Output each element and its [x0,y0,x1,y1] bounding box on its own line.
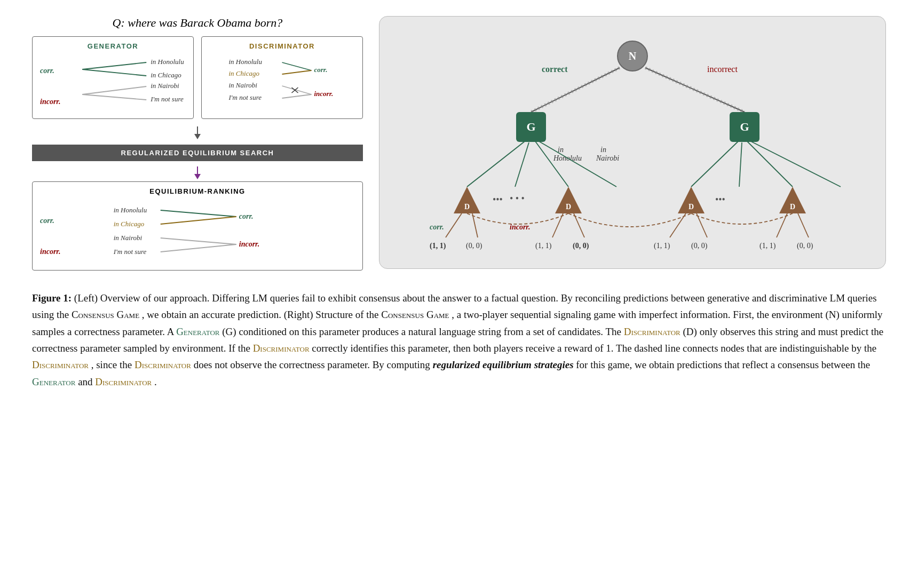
game-tree-svg: N correct incorrect G G in Honolulu in N [392,29,873,253]
svg-text:(1, 1): (1, 1) [535,242,552,250]
svg-text:corr.: corr. [239,212,253,220]
caption-text2: , we obtain an accurate prediction. (Rig… [142,309,381,320]
generator-left-labels: corr. incorr. [40,61,61,106]
discriminator-content: in Honolulu in Chicago in Nairobi I'm no… [209,54,355,113]
svg-text:(1, 1): (1, 1) [430,242,446,250]
svg-text:in Nairobi: in Nairobi [113,234,142,242]
svg-text:incorr.: incorr. [510,223,531,231]
svg-line-55 [691,141,738,187]
caption-discriminator-5: Discriminator [95,376,152,387]
caption-generator-1: Generator [176,326,219,337]
svg-text:corr.: corr. [314,66,328,74]
svg-line-57 [747,141,793,187]
svg-line-56 [739,142,742,187]
caption-text9: for this game, we obtain predictions tha… [576,359,870,370]
caption-text7: , since the [91,359,134,370]
svg-text:incorr.: incorr. [314,90,334,98]
svg-line-24 [160,210,236,217]
discriminator-box: DISCRIMINATOR in Honolulu in Chicago in … [201,36,363,119]
caption-text6: correctly identifies this parameter, the… [312,343,876,354]
generator-lines-svg: in Honolulu in Chicago in Nairobi I'm no… [64,54,186,113]
svg-line-25 [160,217,236,224]
svg-text:in Honolulu: in Honolulu [229,58,263,66]
equil-incorr-label: incorr. [40,248,61,256]
left-panel: Q: where was Barack Obama born? GENERATO… [32,16,363,271]
generator-title: GENERATOR [40,42,186,50]
svg-line-64 [446,213,462,237]
svg-text:(1, 1): (1, 1) [654,242,670,250]
svg-text:correct: correct [542,65,568,74]
svg-line-3 [82,94,146,100]
equilibrium-lines-svg: in Honolulu in Chicago in Nairobi I'm no… [64,201,355,265]
svg-text:Nairobi: Nairobi [596,154,619,162]
svg-text:(0, 0): (0, 0) [691,242,708,250]
caption-discriminator-1: Discriminator [624,326,680,337]
reg-bar: REGULARIZED EQUILIBRIUM SEARCH [32,145,363,161]
caption-generator-2: Generator [32,376,75,387]
svg-text:in: in [600,146,606,154]
figure-caption: Figure 1: (Left) Overview of our approac… [32,290,886,390]
svg-text:(1, 1): (1, 1) [759,242,776,250]
top-boxes: GENERATOR corr. incorr. [32,36,363,119]
svg-text:in Chicago: in Chicago [151,71,181,79]
svg-text:I'm not sure: I'm not sure [228,93,262,101]
svg-line-26 [160,238,236,244]
svg-line-71 [798,213,809,237]
svg-line-27 [160,244,236,252]
svg-text:G: G [526,120,535,133]
gen-incorr-label: incorr. [40,98,61,106]
caption-text4: (G) conditioned on this parameter produc… [222,326,624,337]
svg-text:D: D [566,203,571,211]
svg-text:corr.: corr. [430,223,444,231]
generator-content: corr. incorr. in Honolulu i [40,54,186,113]
svg-text:(0, 0): (0, 0) [573,242,589,250]
equilibrium-box: EQUILIBRIUM-RANKING corr. incorr. in Hon… [32,181,363,271]
caption-discriminator-4: Discriminator [134,359,191,370]
svg-line-67 [574,213,584,237]
caption-text11: . [154,376,157,387]
svg-line-47 [515,142,529,187]
svg-text:D: D [464,203,470,211]
equil-left-labels: corr. incorr. [40,209,61,256]
right-panel: N correct incorrect G G in Honolulu in N [379,16,886,269]
svg-text:D: D [790,203,795,211]
equilibrium-title: EQUILIBRIUM-RANKING [40,187,355,195]
svg-text:G: G [740,120,749,133]
svg-text:•••: ••• [493,194,503,205]
caption-label: Figure 1: [32,292,72,304]
svg-text:(0, 0): (0, 0) [797,242,813,250]
svg-text:in Chicago: in Chicago [113,220,144,228]
svg-text:incorrect: incorrect [707,65,738,74]
svg-text:(0, 0): (0, 0) [466,242,482,250]
svg-text:I'm not sure: I'm not sure [150,95,184,103]
svg-line-2 [82,86,146,94]
gen-corr-label: corr. [40,67,61,75]
svg-text:in Honolulu: in Honolulu [151,58,184,66]
svg-text:D: D [688,203,694,211]
question-text: Q: where was Barack Obama born? [113,16,283,30]
arrow-down-1 [194,126,201,139]
svg-text:•••: ••• [715,194,725,205]
svg-line-68 [670,213,686,237]
caption-italic: regularized equilibrium strategies [433,359,574,370]
svg-line-15 [282,94,312,98]
svg-text:in Nairobi: in Nairobi [151,82,179,90]
caption-discriminator-3: Discriminator [32,359,89,370]
equil-corr-label: corr. [40,217,61,225]
discriminator-title: DISCRIMINATOR [209,42,355,50]
svg-text:I'm not sure: I'm not sure [113,248,146,256]
svg-text:in Honolulu: in Honolulu [113,206,147,214]
svg-line-14 [282,86,312,94]
discriminator-lines-svg: in Honolulu in Chicago in Nairobi I'm no… [209,54,355,113]
svg-text:• • •: • • • [510,193,525,204]
svg-text:N: N [629,50,637,62]
caption-text8: does not observe the correctness paramet… [194,359,433,370]
svg-line-58 [751,141,841,187]
svg-line-12 [282,62,312,70]
svg-text:incorr.: incorr. [239,240,259,248]
consensus-game-ref-2: Consensus Game [381,309,449,320]
svg-line-46 [467,141,525,187]
svg-text:in Chicago: in Chicago [229,69,260,77]
caption-discriminator-2: Discriminator [253,343,310,354]
figure-container: Q: where was Barack Obama born? GENERATO… [32,16,886,271]
